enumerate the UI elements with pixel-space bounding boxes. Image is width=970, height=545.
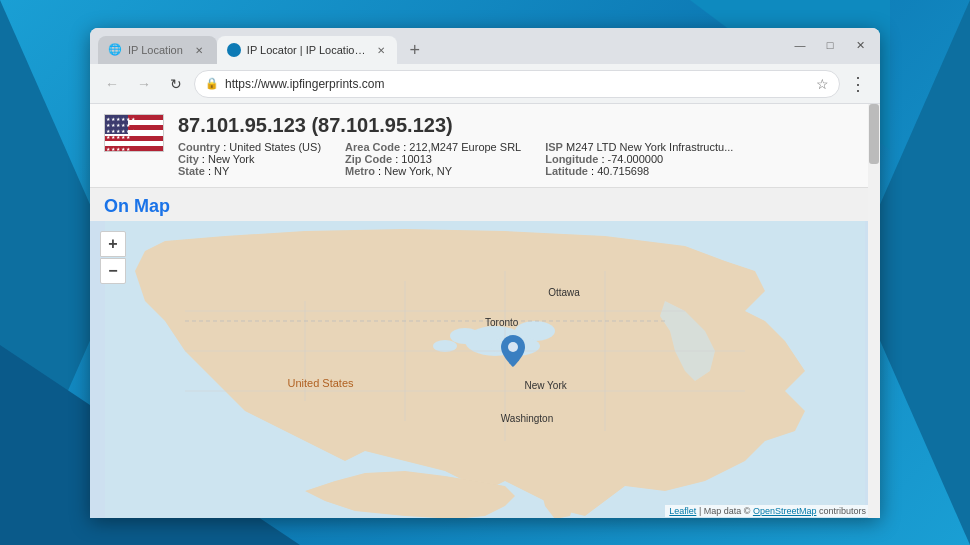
tab-favicon-ip-locator: [227, 43, 241, 57]
map-marker: [501, 335, 525, 371]
maximize-button[interactable]: □: [818, 36, 842, 54]
tab-close-ip-locator[interactable]: ✕: [376, 42, 387, 58]
latitude-label: Latitude: [545, 165, 588, 177]
tab-ip-location[interactable]: 🌐 IP Location ✕: [98, 36, 217, 64]
title-bar: 🌐 IP Location ✕ IP Locator | IP Location…: [90, 28, 880, 64]
country-flag: ★★★★★★★★★★★★★★★★★★★★★★★★★★★★★★★★★★★★★★★★…: [104, 114, 164, 152]
tab-ip-locator[interactable]: IP Locator | IP Location Finder | L... ✕: [217, 36, 397, 64]
state-label: State: [178, 165, 205, 177]
ip-title: 87.101.95.123 (87.101.95.123): [178, 114, 866, 137]
back-button[interactable]: ←: [98, 70, 126, 98]
area-code-value: 212,M247 Europe SRL: [409, 141, 521, 153]
leaflet-link[interactable]: Leaflet: [669, 506, 696, 516]
map-data-text: | Map data ©: [699, 506, 751, 516]
bookmark-icon[interactable]: ☆: [816, 76, 829, 92]
longitude-label: Longitude: [545, 153, 598, 165]
contributors-text: contributors: [819, 506, 866, 516]
zoom-in-button[interactable]: +: [100, 231, 126, 257]
map-svg: [90, 221, 880, 518]
country-value: United States (US): [229, 141, 321, 153]
metro-label: Metro: [345, 165, 375, 177]
scrollbar-thumb[interactable]: [869, 104, 879, 164]
scrollbar[interactable]: [868, 104, 880, 518]
detail-col-3: ISP M247 LTD New York Infrastructu... Lo…: [545, 141, 733, 177]
map-container[interactable]: Ottawa Toronto New York Washington Unite…: [90, 221, 880, 518]
lock-icon: 🔒: [205, 77, 219, 90]
metro-value: New York, NY: [384, 165, 452, 177]
browser-window: 🌐 IP Location ✕ IP Locator | IP Location…: [90, 28, 880, 518]
area-code-row: Area Code : 212,M247 Europe SRL: [345, 141, 521, 153]
latitude-row: Latitude : 40.715698: [545, 165, 733, 177]
ip-info: 87.101.95.123 (87.101.95.123) Country : …: [178, 114, 866, 177]
svg-point-3: [450, 328, 480, 344]
svg-point-5: [433, 340, 457, 352]
country-label: Country: [178, 141, 220, 153]
browser-menu-button[interactable]: ⋮: [844, 70, 872, 98]
city-value: New York: [208, 153, 254, 165]
city-row: City : New York: [178, 153, 321, 165]
osm-link[interactable]: OpenStreetMap: [753, 506, 817, 516]
tab-label-ip-locator: IP Locator | IP Location Finder | L...: [247, 44, 368, 56]
isp-row: ISP M247 LTD New York Infrastructu...: [545, 141, 733, 153]
detail-col-2: Area Code : 212,M247 Europe SRL Zip Code…: [345, 141, 521, 177]
address-bar: ← → ↻ 🔒 https://www.ipfingerprints.com ☆…: [90, 64, 880, 104]
zoom-out-button[interactable]: −: [100, 258, 126, 284]
latitude-value: 40.715698: [597, 165, 649, 177]
forward-button[interactable]: →: [130, 70, 158, 98]
state-row: State : NY: [178, 165, 321, 177]
tab-favicon-ip-location: 🌐: [108, 43, 122, 57]
tab-close-ip-location[interactable]: ✕: [191, 42, 207, 58]
zip-label: Zip Code: [345, 153, 392, 165]
svg-point-6: [508, 342, 518, 352]
detail-col-1: Country : United States (US) City : New …: [178, 141, 321, 177]
close-button[interactable]: ✕: [848, 36, 872, 54]
longitude-value: -74.000000: [608, 153, 664, 165]
ip-details: Country : United States (US) City : New …: [178, 141, 866, 177]
area-code-label: Area Code: [345, 141, 400, 153]
page-content: ★★★★★★★★★★★★★★★★★★★★★★★★★★★★★★★★★★★★★★★★…: [90, 104, 880, 518]
tab-label-ip-location: IP Location: [128, 44, 183, 56]
longitude-row: Longitude : -74.000000: [545, 153, 733, 165]
new-tab-button[interactable]: +: [401, 36, 429, 64]
window-controls: — □ ✕: [788, 36, 872, 54]
minimize-button[interactable]: —: [788, 36, 812, 54]
on-map-heading: On Map: [90, 188, 880, 221]
state-value: NY: [214, 165, 229, 177]
url-bar[interactable]: 🔒 https://www.ipfingerprints.com ☆: [194, 70, 840, 98]
metro-row: Metro : New York, NY: [345, 165, 521, 177]
refresh-button[interactable]: ↻: [162, 70, 190, 98]
ip-header: ★★★★★★★★★★★★★★★★★★★★★★★★★★★★★★★★★★★★★★★★…: [90, 104, 880, 188]
country-row: Country : United States (US): [178, 141, 321, 153]
zip-value: 10013: [401, 153, 432, 165]
url-text: https://www.ipfingerprints.com: [225, 77, 810, 91]
map-controls: + −: [100, 231, 126, 284]
city-label: City: [178, 153, 199, 165]
isp-value: M247 LTD New York Infrastructu...: [566, 141, 733, 153]
map-attribution: Leaflet | Map data © OpenStreetMap contr…: [665, 505, 870, 517]
zip-row: Zip Code : 10013: [345, 153, 521, 165]
isp-label: ISP: [545, 141, 563, 153]
